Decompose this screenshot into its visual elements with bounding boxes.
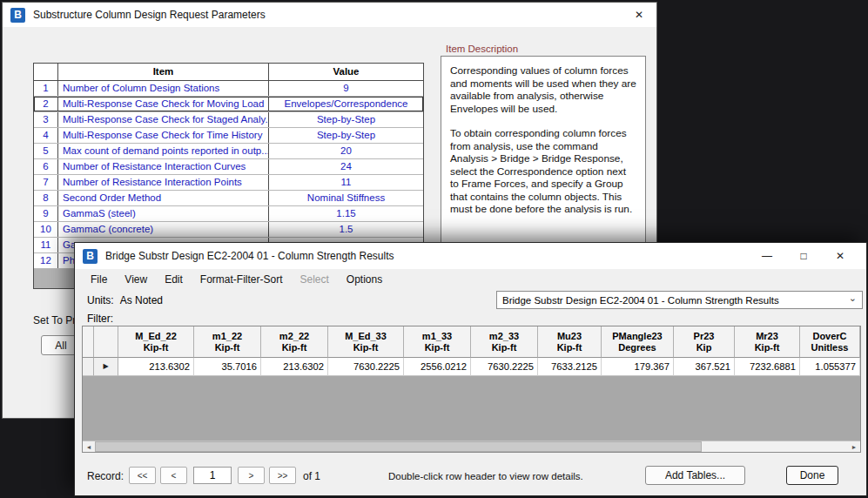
grid-cell[interactable]: 7630.2225 bbox=[471, 358, 538, 376]
grid-cell[interactable]: 213.6302 bbox=[118, 358, 194, 376]
grid-col-header[interactable]: m1_33 Kip-ft bbox=[404, 326, 471, 358]
done-button[interactable]: Done bbox=[786, 466, 838, 485]
menu-view[interactable]: View bbox=[116, 271, 156, 288]
param-row[interactable]: 9 GammaS (steel) 1.15 bbox=[34, 206, 423, 222]
param-value[interactable]: 24 bbox=[269, 159, 423, 174]
item-description-box: Corresponding values of column forces an… bbox=[441, 56, 646, 254]
results-window-title: Bridge Substr Design EC2-2004 01 - Colum… bbox=[105, 250, 394, 262]
param-value[interactable]: Step-by-Step bbox=[269, 128, 423, 143]
grid-col-header[interactable]: m1_22 Kip-ft bbox=[194, 326, 261, 358]
close-icon[interactable]: ✕ bbox=[629, 7, 649, 23]
menubar: File View Edit Format-Filter-Sort Select… bbox=[75, 269, 866, 290]
param-row[interactable]: 1 Number of Column Design Stations 9 bbox=[34, 81, 423, 97]
grid-cell[interactable]: 1.055377 bbox=[800, 358, 860, 376]
menu-file[interactable]: File bbox=[82, 271, 116, 288]
grid-cell[interactable]: 7630.2225 bbox=[328, 358, 404, 376]
param-value[interactable]: 20 bbox=[269, 144, 423, 158]
units-line: Units:As Noted bbox=[87, 294, 163, 306]
param-row-number: 4 bbox=[34, 128, 58, 143]
param-row[interactable]: 4 Multi-Response Case Check for Time His… bbox=[34, 128, 423, 144]
prev-record-button[interactable]: < bbox=[160, 467, 187, 484]
scroll-right-icon[interactable]: ► bbox=[848, 441, 860, 452]
menu-options[interactable]: Options bbox=[338, 271, 391, 288]
record-number-input[interactable] bbox=[193, 467, 232, 484]
results-footer: Record: << < > >> of 1 Double-click row … bbox=[75, 459, 866, 494]
maximize-icon[interactable]: □ bbox=[785, 245, 822, 267]
param-item-label: Number of Column Design Stations bbox=[58, 81, 269, 96]
param-value[interactable]: 1.5 bbox=[269, 222, 423, 237]
grid-empty-area bbox=[83, 376, 860, 441]
scroll-left-icon[interactable]: ◄ bbox=[83, 441, 95, 452]
param-row[interactable]: 10 GammaC (concrete) 1.5 bbox=[34, 222, 423, 238]
parameters-table-header: Item Value bbox=[34, 64, 423, 81]
grid-header-row: M_Ed_22 Kip-ft m1_22 Kip-ft m2_22 Kip-ft… bbox=[83, 326, 860, 358]
param-row-number: 3 bbox=[34, 112, 58, 127]
minimize-icon[interactable]: — bbox=[749, 245, 785, 267]
grid-corner bbox=[83, 326, 94, 358]
param-row-number: 12 bbox=[34, 253, 58, 268]
param-value[interactable]: Envelopes/Correspondence bbox=[269, 97, 423, 111]
param-row-number: 2 bbox=[34, 97, 58, 111]
param-row-selected[interactable]: 2 Multi-Response Case Check for Moving L… bbox=[34, 97, 423, 112]
params-titlebar[interactable]: B Substructure Column Design Request Par… bbox=[3, 3, 656, 27]
grid-data-row[interactable]: ▶ 213.6302 35.7016 213.6302 7630.2225 25… bbox=[83, 358, 860, 376]
param-item-label: Max count of demand points reported in o… bbox=[58, 144, 269, 158]
param-row[interactable]: 7 Number of Resistance Interaction Point… bbox=[34, 175, 423, 191]
param-row[interactable]: 6 Number of Resistance Interaction Curve… bbox=[34, 159, 423, 175]
params-window-title: Substructure Column Design Request Param… bbox=[33, 9, 266, 21]
table-select-dropdown[interactable]: Bridge Substr Design EC2-2004 01 - Colum… bbox=[496, 291, 863, 309]
param-row[interactable]: 3 Multi-Response Case Check for Staged A… bbox=[34, 112, 423, 128]
param-row-number: 7 bbox=[34, 175, 58, 190]
grid-col-header[interactable]: DoverC Unitless bbox=[800, 326, 860, 358]
table-select-value: Bridge Substr Design EC2-2004 01 - Colum… bbox=[502, 295, 849, 306]
next-record-button[interactable]: > bbox=[238, 467, 265, 484]
menu-edit[interactable]: Edit bbox=[156, 271, 192, 288]
param-value[interactable]: 9 bbox=[269, 81, 423, 96]
row-selector-margin bbox=[83, 358, 94, 376]
menu-format-filter-sort[interactable]: Format-Filter-Sort bbox=[192, 271, 292, 288]
col-unit: Kip-ft bbox=[144, 342, 169, 353]
menu-select: Select bbox=[292, 271, 338, 288]
current-row-marker-icon[interactable]: ▶ bbox=[94, 358, 118, 376]
scrollbar-thumb[interactable] bbox=[95, 441, 702, 452]
grid-cell[interactable]: 2556.0212 bbox=[404, 358, 471, 376]
grid-col-header[interactable]: m2_33 Kip-ft bbox=[471, 326, 538, 358]
col-name: m1_22 bbox=[212, 331, 242, 342]
param-value[interactable]: 1.15 bbox=[269, 206, 423, 221]
chevron-down-icon: ⌄ bbox=[849, 293, 857, 304]
add-tables-button[interactable]: Add Tables... bbox=[645, 466, 745, 485]
results-titlebar[interactable]: B Bridge Substr Design EC2-2004 01 - Col… bbox=[75, 243, 866, 269]
param-row-number: 10 bbox=[34, 222, 58, 237]
col-unit: Kip-ft bbox=[755, 342, 780, 353]
last-record-button[interactable]: >> bbox=[269, 467, 296, 484]
param-value[interactable]: 11 bbox=[269, 175, 423, 190]
param-value[interactable]: Nominal Stiffness bbox=[269, 191, 423, 205]
grid-col-header[interactable]: M_Ed_33 Kip-ft bbox=[328, 326, 404, 358]
grid-cell[interactable]: 7633.2125 bbox=[538, 358, 602, 376]
grid-cell[interactable]: 213.6302 bbox=[261, 358, 328, 376]
first-record-button[interactable]: << bbox=[129, 467, 156, 484]
num-col-header bbox=[34, 64, 58, 80]
grid-col-header[interactable]: PMangle23 Degrees bbox=[602, 326, 674, 358]
grid-cell[interactable]: 35.7016 bbox=[194, 358, 261, 376]
grid-cell[interactable]: 7232.6881 bbox=[735, 358, 800, 376]
grid-col-header[interactable]: m2_22 Kip-ft bbox=[261, 326, 328, 358]
grid-col-header[interactable]: Mr23 Kip-ft bbox=[735, 326, 800, 358]
grid-col-header[interactable]: M_Ed_22 Kip-ft bbox=[118, 326, 194, 358]
param-row[interactable]: 8 Second Order Method Nominal Stiffness bbox=[34, 191, 423, 206]
row-details-hint: Double-click row header to view row deta… bbox=[388, 471, 583, 481]
param-value[interactable]: Step-by-Step bbox=[269, 112, 423, 127]
param-row-number: 11 bbox=[34, 238, 58, 252]
grid-col-header[interactable]: Pr23 Kip bbox=[674, 326, 735, 358]
col-name: m1_33 bbox=[422, 331, 452, 342]
param-item-label: GammaS (steel) bbox=[58, 206, 269, 221]
col-name: m2_33 bbox=[489, 331, 519, 342]
close-icon[interactable]: ✕ bbox=[822, 245, 858, 267]
grid-cell[interactable]: 179.367 bbox=[602, 358, 674, 376]
col-unit: Kip-ft bbox=[353, 342, 379, 353]
param-row[interactable]: 5 Max count of demand points reported in… bbox=[34, 144, 423, 159]
horizontal-scrollbar[interactable]: ◄ ► bbox=[83, 441, 860, 452]
grid-col-header[interactable]: Mu23 Kip-ft bbox=[538, 326, 602, 358]
param-row-number: 9 bbox=[34, 206, 58, 221]
grid-cell[interactable]: 367.521 bbox=[674, 358, 735, 376]
